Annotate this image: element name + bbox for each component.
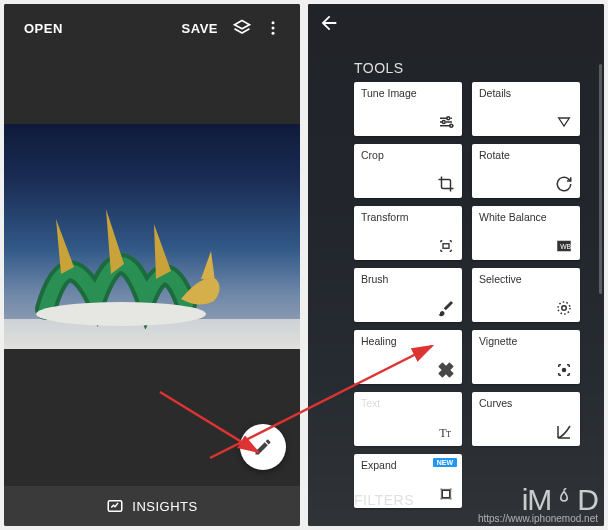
svg-point-5 <box>447 117 450 120</box>
tool-transform[interactable]: Transform <box>354 206 462 260</box>
insights-icon <box>106 497 124 515</box>
svg-point-12 <box>558 302 570 314</box>
tool-text[interactable]: Text TT <box>354 392 462 446</box>
tool-vignette[interactable]: Vignette <box>472 330 580 384</box>
vignette-icon <box>555 361 573 379</box>
healing-icon <box>437 361 455 379</box>
curves-icon <box>555 423 573 441</box>
svg-point-2 <box>272 32 275 35</box>
scrollbar[interactable] <box>599 64 602 294</box>
arrow-left-icon <box>318 12 340 34</box>
back-button[interactable] <box>318 12 340 38</box>
tool-curves[interactable]: Curves <box>472 392 580 446</box>
svg-point-6 <box>442 121 445 124</box>
triangle-down-icon <box>555 113 573 131</box>
svg-text:T: T <box>446 430 451 439</box>
svg-point-11 <box>562 306 567 311</box>
screen-editor: OPEN SAVE <box>4 4 300 526</box>
watermark: iMD https://www.iphonemod.net <box>478 483 598 524</box>
svg-text:WB: WB <box>560 243 571 250</box>
edit-fab[interactable] <box>240 424 286 470</box>
tool-tune-image[interactable]: Tune Image <box>354 82 462 136</box>
watermark-url: https://www.iphonemod.net <box>478 513 598 524</box>
selective-icon <box>555 299 573 317</box>
editor-topbar: OPEN SAVE <box>4 4 300 52</box>
insights-bar[interactable]: INSIGHTS <box>4 486 300 526</box>
tool-white-balance[interactable]: White Balance WB <box>472 206 580 260</box>
tool-rotate[interactable]: Rotate <box>472 144 580 198</box>
tool-brush[interactable]: Brush <box>354 268 462 322</box>
svg-point-1 <box>272 27 275 30</box>
save-button[interactable]: SAVE <box>174 15 226 42</box>
pencil-icon <box>253 437 273 457</box>
watermark-logo: iMD <box>478 483 598 517</box>
wb-icon: WB <box>555 237 573 255</box>
layers-icon[interactable] <box>226 12 258 44</box>
photo-subject <box>26 179 236 329</box>
svg-point-7 <box>450 124 453 127</box>
tool-crop[interactable]: Crop <box>354 144 462 198</box>
photo-preview[interactable] <box>4 124 300 349</box>
svg-point-0 <box>272 21 275 24</box>
insights-label: INSIGHTS <box>132 499 197 514</box>
svg-rect-8 <box>443 244 449 249</box>
screen-tools: TOOLS Tune Image Details Crop <box>308 4 604 526</box>
tools-heading: TOOLS <box>354 60 404 76</box>
brush-icon <box>437 299 455 317</box>
tools-grid: Tune Image Details Crop Rotate <box>354 82 580 508</box>
crop-icon <box>437 175 455 193</box>
sliders-icon <box>437 113 455 131</box>
rotate-icon <box>555 175 573 193</box>
filters-heading: FILTERS <box>354 492 414 508</box>
svg-point-13 <box>563 369 566 372</box>
text-icon: TT <box>437 423 455 441</box>
tool-healing[interactable]: Healing <box>354 330 462 384</box>
open-button[interactable]: OPEN <box>16 15 71 42</box>
svg-rect-16 <box>442 490 450 498</box>
new-badge: NEW <box>433 458 457 467</box>
svg-point-3 <box>36 302 206 326</box>
transform-icon <box>437 237 455 255</box>
more-icon[interactable] <box>258 13 288 43</box>
tool-details[interactable]: Details <box>472 82 580 136</box>
expand-icon <box>437 485 455 503</box>
tool-selective[interactable]: Selective <box>472 268 580 322</box>
